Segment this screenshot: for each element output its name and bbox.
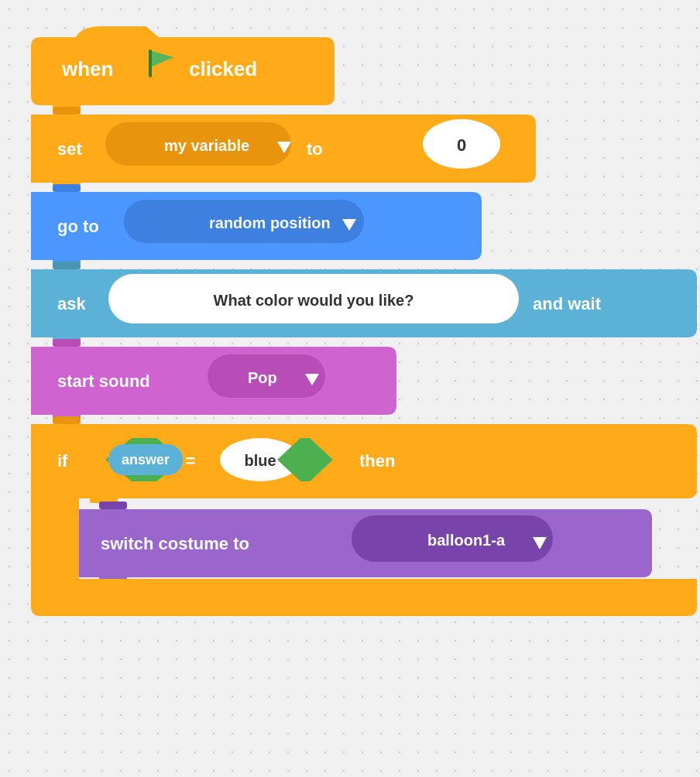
goto-label: go to: [57, 217, 99, 236]
wait-label: and wait: [533, 294, 602, 313]
variable-name[interactable]: my variable: [164, 137, 249, 154]
switch-costume-block[interactable]: switch costume to balloon1-a: [77, 501, 652, 582]
to-label: to: [307, 139, 323, 159]
go-to-block[interactable]: go to random position: [31, 184, 482, 265]
svg-rect-23: [31, 495, 79, 579]
hat-block[interactable]: when clicked: [31, 26, 335, 110]
compare-value[interactable]: blue: [244, 452, 276, 469]
costume-name[interactable]: balloon1-a: [427, 532, 506, 549]
set-variable-block[interactable]: set my variable to 0: [31, 107, 536, 187]
svg-rect-15: [53, 416, 81, 424]
ask-label: ask: [57, 294, 86, 313]
ask-block[interactable]: ask What color would you like? and wait: [31, 262, 697, 342]
if-then-block[interactable]: if answer = blue then: [31, 416, 697, 503]
equals-operator: =: [186, 451, 196, 471]
if-label: if: [57, 451, 68, 471]
costume-label: switch costume to: [101, 534, 249, 553]
start-sound-block[interactable]: start sound Pop: [31, 339, 396, 419]
then-label: then: [359, 451, 395, 471]
svg-rect-9: [53, 262, 81, 269]
answer-label: answer: [122, 452, 170, 467]
svg-rect-19: [99, 501, 127, 509]
clicked-label: clicked: [189, 57, 257, 80]
value-field[interactable]: 0: [457, 135, 466, 155]
when-label: when: [61, 57, 113, 80]
scratch-workspace: when clicked set my variable: [31, 23, 697, 754]
sound-label: start sound: [57, 371, 150, 391]
set-label: set: [57, 139, 82, 159]
sound-name[interactable]: Pop: [248, 369, 277, 386]
position-name[interactable]: random position: [209, 214, 331, 231]
svg-rect-12: [53, 339, 81, 347]
svg-rect-6: [53, 184, 81, 192]
svg-rect-2: [53, 107, 81, 115]
question-text[interactable]: What color would you like?: [214, 292, 414, 309]
svg-rect-1: [149, 50, 152, 77]
